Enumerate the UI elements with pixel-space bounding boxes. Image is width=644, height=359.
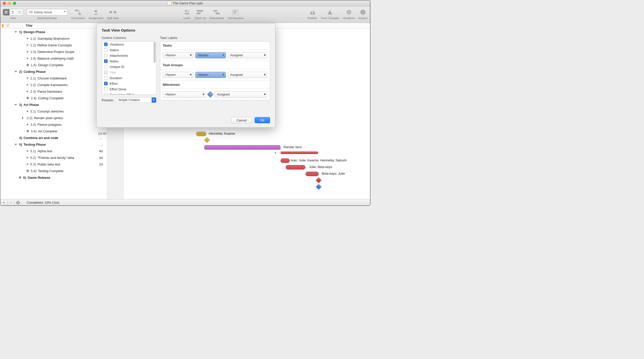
gantt-bar[interactable] bbox=[281, 151, 318, 154]
label-select[interactable]: <None> bbox=[163, 72, 193, 78]
cancel-button[interactable]: Cancel bbox=[231, 117, 252, 123]
editing-popup[interactable]: Editing: Actual bbox=[27, 9, 67, 16]
task-number: 5.1) bbox=[30, 149, 36, 153]
label-select[interactable]: <None> bbox=[195, 52, 226, 58]
document-icon bbox=[168, 1, 171, 5]
checkbox[interactable] bbox=[104, 48, 108, 52]
set-baseline-tool[interactable]: Set Baseline bbox=[228, 8, 243, 20]
title-column-label[interactable]: Title bbox=[10, 24, 33, 27]
view-segmented[interactable] bbox=[3, 9, 23, 16]
task-row[interactable]: 5.1)Alpha test4d bbox=[0, 148, 107, 154]
reschedule-tool[interactable]: Reschedule bbox=[209, 8, 224, 20]
column-checkbox-row[interactable]: Unique ID bbox=[102, 64, 156, 70]
ok-button[interactable]: OK bbox=[255, 117, 270, 123]
task-row[interactable]: 1.5)Design Complete bbox=[0, 62, 107, 68]
label-select[interactable]: Assigned bbox=[215, 91, 267, 98]
task-row[interactable]: 1.1)Gameplay Brainstorm bbox=[0, 35, 107, 42]
assignment-tool[interactable]: Assignment bbox=[89, 8, 103, 20]
task-row[interactable]: 3.2)Render pixel sprites bbox=[0, 115, 107, 121]
gantt-milestone[interactable] bbox=[204, 137, 210, 143]
minimize-icon[interactable] bbox=[8, 2, 11, 5]
level-tool[interactable]: Level bbox=[183, 8, 191, 20]
svg-point-3 bbox=[12, 11, 14, 12]
column-checkbox-row[interactable]: Status bbox=[102, 47, 156, 53]
task-row[interactable]: 3)Art Phase bbox=[0, 101, 107, 108]
label-select[interactable]: <None> bbox=[163, 91, 206, 98]
gantt-bar[interactable] bbox=[281, 158, 290, 163]
hand-column-icon[interactable]: ✋ bbox=[0, 24, 5, 27]
checkbox[interactable] bbox=[104, 93, 108, 95]
checkbox[interactable] bbox=[104, 87, 108, 91]
scrollbar-thumb[interactable] bbox=[154, 42, 156, 63]
connection-tool[interactable]: Connection bbox=[71, 8, 85, 20]
checkbox[interactable] bbox=[104, 76, 108, 80]
window-controls bbox=[0, 2, 16, 5]
task-row[interactable]: 2.1)Choose middleware bbox=[0, 75, 107, 81]
checkbox[interactable] bbox=[104, 65, 108, 68]
zoom-icon[interactable] bbox=[13, 2, 16, 5]
outline-columns-list[interactable]: ViolationsStatusAttachmentsNotesUnique I… bbox=[102, 41, 156, 95]
task-row[interactable]: 5.2)“Friends and family” beta3d bbox=[0, 154, 107, 161]
view-calendar-icon[interactable] bbox=[16, 9, 23, 15]
task-row[interactable]: 5.4)Testing Complete bbox=[0, 168, 107, 174]
task-row[interactable]: 1.2)Refine Game Concepts bbox=[0, 42, 107, 48]
gantt-bar[interactable] bbox=[286, 165, 305, 170]
task-row[interactable]: 3.1)Concept sketches bbox=[0, 108, 107, 115]
checkbox[interactable] bbox=[104, 82, 108, 85]
column-checkbox-row[interactable]: Duration bbox=[102, 75, 156, 81]
milestone-shape-icon bbox=[207, 91, 213, 98]
column-checkbox-row[interactable]: Notes bbox=[102, 58, 156, 64]
column-checkbox-row[interactable]: Remaining Effort bbox=[102, 92, 156, 95]
split-task-tool[interactable]: Split Task bbox=[107, 8, 119, 20]
track-changes-tool[interactable]: Track Changes bbox=[320, 8, 339, 20]
task-row[interactable]: 2)Coding Phase bbox=[0, 68, 107, 75]
gantt-milestone[interactable] bbox=[316, 177, 322, 183]
column-checkbox-row[interactable]: Effort bbox=[102, 81, 156, 86]
gantt-bar[interactable] bbox=[305, 172, 319, 176]
close-icon[interactable] bbox=[3, 2, 6, 5]
editing-popup-label: Editing: Actual bbox=[34, 11, 52, 14]
remove-button[interactable]: − bbox=[7, 200, 14, 206]
task-title: Testing Phase bbox=[24, 143, 46, 146]
add-button[interactable]: + bbox=[0, 200, 7, 206]
svg-rect-17 bbox=[197, 10, 203, 12]
label-select[interactable]: Assigned bbox=[228, 52, 267, 58]
presets-select[interactable]: Simple Creation bbox=[116, 97, 156, 103]
bullet-icon bbox=[27, 38, 28, 39]
column-checkbox-row[interactable]: Attachments bbox=[102, 53, 156, 58]
catch-up-tool[interactable]: Catch Up bbox=[194, 8, 206, 20]
task-row[interactable]: 1)Design Phase bbox=[0, 29, 107, 35]
outline-columns-header: Outline Columns bbox=[102, 36, 156, 40]
checkbox[interactable] bbox=[104, 59, 108, 63]
gantt-bar[interactable] bbox=[204, 145, 281, 150]
checkbox[interactable] bbox=[104, 43, 108, 46]
label-select[interactable]: <None> bbox=[195, 72, 226, 78]
column-checkbox-row[interactable]: Effort Done bbox=[102, 86, 156, 92]
publish-tool[interactable]: Publish bbox=[308, 8, 317, 20]
task-row[interactable]: 2.4)Coding Complete bbox=[0, 95, 107, 101]
task-row[interactable]: 3.3)Fleece polygons bbox=[0, 121, 107, 128]
notes-column-icon[interactable] bbox=[5, 24, 10, 27]
violations-tool[interactable]: Violations bbox=[343, 8, 355, 20]
group-collapse-icon[interactable]: ▼ bbox=[274, 151, 277, 155]
task-row[interactable]: 1.4)Balance underlying math bbox=[0, 55, 107, 62]
checkbox[interactable] bbox=[104, 54, 108, 57]
actions-button[interactable] bbox=[14, 200, 22, 206]
task-row[interactable]: 6)Game Release bbox=[0, 174, 107, 181]
task-row[interactable]: 2.3)Parse framistans bbox=[0, 88, 107, 95]
view-resource-icon[interactable] bbox=[10, 9, 16, 15]
task-row[interactable]: 2.2)Compile frameworks bbox=[0, 81, 107, 88]
task-row[interactable]: 4)Combine art and code… bbox=[0, 134, 107, 141]
gantt-milestone[interactable] bbox=[316, 184, 322, 190]
label-select[interactable]: <None> bbox=[163, 52, 193, 58]
view-gantt-icon[interactable] bbox=[3, 9, 10, 15]
task-row[interactable]: 1.3)Determine Project Scope bbox=[0, 48, 107, 55]
task-row[interactable]: 3.4)Art Complete bbox=[0, 128, 107, 134]
task-outline[interactable]: 1)Design Phase1.1)Gameplay Brainstorm1.2… bbox=[0, 29, 107, 199]
gantt-bar[interactable] bbox=[196, 132, 206, 136]
label-select[interactable]: Assigned bbox=[228, 72, 267, 78]
task-row[interactable]: 5.3)Public beta test2d bbox=[0, 161, 107, 168]
inspect-tool[interactable]: i Inspect bbox=[359, 8, 368, 20]
column-checkbox-row[interactable]: Violations bbox=[102, 42, 156, 47]
task-row[interactable]: 5)Testing Phase… bbox=[0, 141, 107, 148]
